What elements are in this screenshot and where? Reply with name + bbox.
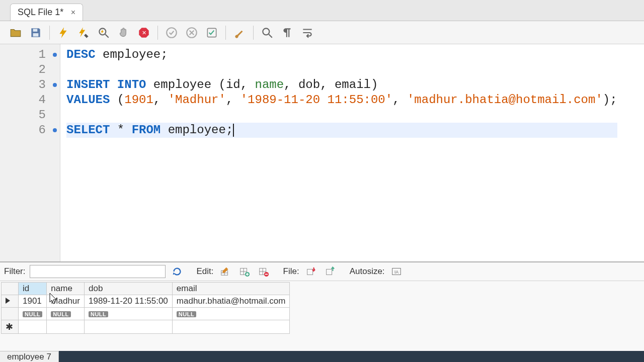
autocommit-icon [205,26,218,39]
file-tab-title: SQL File 1* [18,7,63,18]
search-icon [261,26,274,39]
stop-error-button[interactable]: ✕ [135,24,152,41]
cell-dob[interactable]: 1989-11-20 11:55:00 [84,295,172,308]
folder-icon [9,26,22,39]
export-icon [325,266,336,277]
svg-rect-16 [307,269,312,275]
svg-point-9 [263,28,269,35]
execute-current-button[interactable] [75,24,92,41]
pencil-grid-icon [220,266,231,277]
svg-rect-0 [33,29,38,31]
column-header-email[interactable]: email [172,283,290,295]
line-number: 4 [0,93,60,108]
autosize-button[interactable]: IA [389,264,404,279]
line-number: 6 [0,123,60,138]
beautify-button[interactable] [231,24,248,41]
edit-row-button[interactable] [218,264,233,279]
x-circle-icon [185,26,198,39]
execute-button[interactable] [55,24,72,41]
find-button[interactable] [259,24,276,41]
filter-label: Filter: [4,266,26,277]
svg-point-6 [167,28,177,38]
import-icon [305,266,316,277]
autosize-icon: IA [391,266,402,277]
save-icon [29,26,42,39]
svg-text:✕: ✕ [142,30,146,36]
editor-code[interactable]: DESC employee; INSERT INTO employee (id,… [60,44,623,261]
svg-line-3 [105,34,109,38]
result-tab-bar: employee 7 [0,351,644,362]
row-indicator [2,308,19,320]
toolbar-separator [49,26,50,40]
current-row-icon [6,298,10,304]
toolbar-separator [225,26,226,40]
cell-name[interactable]: Madhur [47,295,85,308]
open-file-button[interactable] [7,24,24,41]
rollback-button[interactable] [183,24,200,41]
autocommit-button[interactable] [203,24,220,41]
results-toolbar: Filter: Edit: File: Autosize: IA [0,262,644,281]
grid-minus-icon [258,266,269,277]
statement-marker-icon [53,83,57,87]
save-button[interactable] [27,24,44,41]
editor-toolbar: ✕ [0,21,644,44]
stop-sign-icon: ✕ [137,26,150,39]
edit-label: Edit: [197,266,214,277]
svg-rect-17 [326,269,332,275]
filter-input[interactable] [30,265,166,278]
pilcrow-icon [281,26,294,39]
svg-line-10 [269,34,272,38]
refresh-icon [172,266,183,277]
lightning-icon [57,26,70,39]
new-row-icon: ✱ [6,322,13,332]
editor-gutter: 1 2 3 4 5 6 [0,44,60,261]
commit-button[interactable] [163,24,180,41]
wrap-icon [301,26,314,39]
cell-email[interactable]: madhur.bhatia@hotmail.com [172,295,290,308]
result-grid-wrap: id name dob email 1901 Madhur 1989-11-20… [0,281,644,351]
grid-null-row: NULL NULL NULL NULL [2,308,290,320]
grid-new-row[interactable]: ✱ [2,320,290,334]
result-tab[interactable]: employee 7 [0,351,59,362]
statement-marker-icon [53,53,57,57]
magnify-lightning-icon [97,26,110,39]
sql-editor[interactable]: 1 2 3 4 5 6 DESC employee; INSERT INTO e… [0,44,644,261]
close-tab-icon[interactable]: × [68,8,77,17]
explain-button[interactable] [95,24,112,41]
lightning-cursor-icon [77,26,90,39]
grid-plus-icon [239,266,250,277]
column-header-dob[interactable]: dob [84,283,172,295]
tab-bar: SQL File 1* × [0,0,644,21]
file-label: File: [283,266,299,277]
cell-id[interactable]: 1901 [19,295,47,308]
row-indicator: ✱ [2,320,19,334]
autosize-label: Autosize: [350,266,385,277]
add-row-button[interactable] [237,264,252,279]
grid-corner [2,283,19,295]
result-tab-label: employee 7 [7,352,51,362]
import-button[interactable] [303,264,318,279]
refresh-button[interactable] [170,264,185,279]
svg-rect-1 [33,33,39,37]
delete-row-button[interactable] [256,264,271,279]
cell-null: NULL [19,308,47,320]
check-circle-icon [165,26,178,39]
text-cursor [233,124,234,137]
cell-null: NULL [172,308,290,320]
result-grid[interactable]: id name dob email 1901 Madhur 1989-11-20… [1,282,290,334]
grid-row[interactable]: 1901 Madhur 1989-11-20 11:55:00 madhur.b… [2,295,290,308]
wrap-button[interactable] [299,24,316,41]
column-header-id[interactable]: id [19,283,47,295]
column-header-name[interactable]: name [47,283,85,295]
line-number: 2 [0,62,60,77]
invisible-chars-button[interactable] [279,24,296,41]
export-button[interactable] [323,264,338,279]
line-number: 1 [0,47,60,62]
file-tab[interactable]: SQL File 1* × [10,4,83,21]
stop-button[interactable] [115,24,132,41]
line-number: 3 [0,77,60,93]
svg-text:IA: IA [394,270,398,275]
toolbar-separator [157,26,158,40]
cell-null: NULL [47,308,85,320]
line-number: 5 [0,108,60,123]
